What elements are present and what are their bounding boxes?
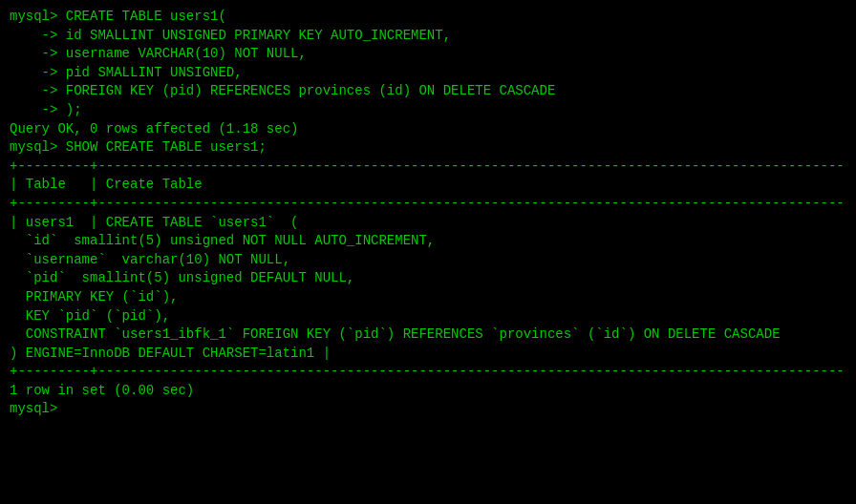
terminal-line-l1: mysql> CREATE TABLE users1( [10,8,846,27]
terminal-line-l6: -> ); [10,101,846,120]
terminal-line-l17: `id` smallint(5) unsigned NOT NULL AUTO_… [10,232,846,251]
terminal-line-l4: -> pid SMALLINT UNSIGNED, [10,64,846,83]
terminal-line-l24: +---------+-----------------------------… [10,363,846,382]
terminal-line-l23: ) ENGINE=InnoDB DEFAULT CHARSET=latin1 | [10,345,846,364]
terminal-line-l10: +---------+-----------------------------… [10,158,846,177]
terminal-line-l5: -> FOREIGN KEY (pid) REFERENCES province… [10,82,846,101]
terminal-line-l20: PRIMARY KEY (`id`), [10,288,846,307]
terminal-line-l3: -> username VARCHAR(10) NOT NULL, [10,45,846,64]
terminal-line-l18: `username` varchar(10) NOT NULL, [10,251,846,270]
terminal-window: mysql> CREATE TABLE users1( -> id SMALLI… [10,8,846,496]
terminal-line-l19: `pid` smallint(5) unsigned DEFAULT NULL, [10,269,846,288]
terminal-line-l28: mysql> [10,400,846,419]
terminal-output: mysql> CREATE TABLE users1( -> id SMALLI… [10,8,846,419]
terminal-line-l12: | Table | Create Table | [10,176,846,195]
terminal-line-l21: KEY `pid` (`pid`), [10,307,846,326]
terminal-line-l16: | users1 | CREATE TABLE `users1` ( [10,214,846,233]
terminal-line-l14: +---------+-----------------------------… [10,195,846,214]
terminal-line-l7: Query OK, 0 rows affected (1.18 sec) [10,120,846,139]
terminal-line-l26: 1 row in set (0.00 sec) [10,382,846,401]
terminal-line-l2: -> id SMALLINT UNSIGNED PRIMARY KEY AUTO… [10,27,846,46]
terminal-line-l22: CONSTRAINT `users1_ibfk_1` FOREIGN KEY (… [10,326,846,345]
terminal-line-l9: mysql> SHOW CREATE TABLE users1; [10,138,846,158]
